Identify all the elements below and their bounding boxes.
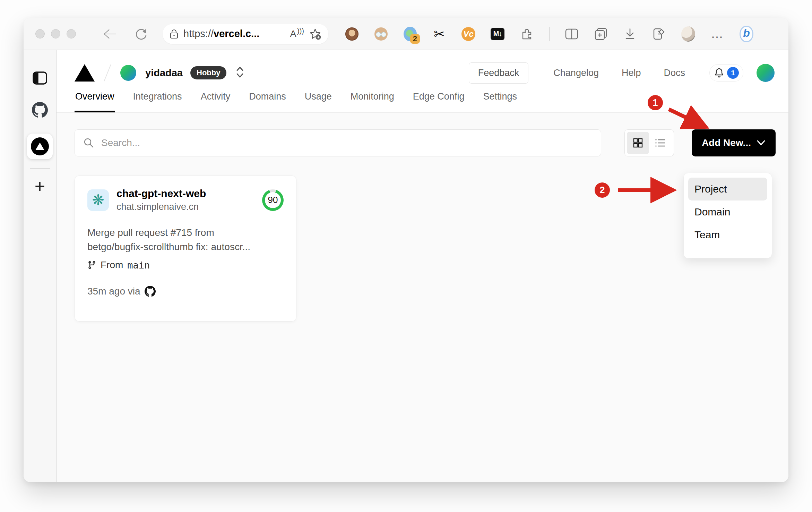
extension-strip: 2 ✂ Vc M↓ ... b (345, 27, 753, 41)
view-toggle (624, 129, 674, 156)
notification-count-badge: 1 (727, 67, 739, 79)
branch-name: main (127, 260, 150, 271)
plan-badge: Hobby (190, 66, 226, 79)
tab-edge-config[interactable]: Edge Config (412, 88, 465, 112)
split-screen-icon[interactable] (565, 27, 579, 41)
collections-icon[interactable] (594, 27, 608, 41)
commit-message-line1: Merge pull request #715 from (87, 225, 284, 240)
search-box[interactable] (75, 129, 601, 156)
notifications-button[interactable]: 1 (709, 64, 743, 82)
counter-extension-icon[interactable]: 2 (403, 27, 417, 41)
dropdown-item-team[interactable]: Team (688, 223, 767, 246)
project-name[interactable]: chat-gpt-next-web (116, 188, 254, 199)
vercel-tab-active[interactable] (27, 134, 53, 159)
window-controls (35, 29, 76, 39)
branch-row: From main (87, 259, 284, 271)
back-button[interactable] (100, 28, 120, 40)
overview-content: Add New... ❋ chat-gpt-next-web chat.simp… (57, 113, 788, 482)
sidebar-divider (30, 168, 50, 169)
reload-button[interactable] (131, 27, 151, 41)
tab-settings[interactable]: Settings (482, 88, 518, 112)
vercel-logo[interactable] (75, 64, 95, 82)
browser-window: https://vercel.c... A))) 2 ✂ Vc M↓ (24, 18, 788, 482)
url-text: https://vercel.c... (183, 28, 285, 40)
site-header: yidadaa Hobby Feedback Changelog Help Do… (57, 50, 788, 113)
deploy-meta-row: 35m ago via (87, 286, 284, 297)
tab-domains[interactable]: Domains (248, 88, 287, 112)
toolbar-divider (549, 27, 550, 41)
browser-toolbar: https://vercel.c... A))) 2 ✂ Vc M↓ (24, 18, 788, 50)
project-card[interactable]: ❋ chat-gpt-next-web chat.simplenaive.cn … (75, 176, 296, 322)
commit-message-line2: betgo/bugfix-scrollthumb fix: autoscr... (87, 240, 284, 254)
tab-overview[interactable]: Overview (75, 88, 115, 112)
lock-icon (170, 29, 179, 39)
tampermonkey-extension-icon[interactable] (345, 27, 359, 41)
search-input[interactable] (101, 137, 593, 148)
zoom-button[interactable] (67, 29, 76, 39)
browser-essentials-icon[interactable] (652, 27, 666, 41)
new-tab-button[interactable]: + (32, 178, 48, 195)
project-favicon: ❋ (87, 189, 109, 211)
search-icon (83, 137, 94, 148)
breadcrumb-slash (104, 65, 111, 82)
nav-link-changelog[interactable]: Changelog (553, 68, 599, 78)
annotation-step-2: 2 (595, 182, 610, 198)
vercel-dashboard: yidadaa Hobby Feedback Changelog Help Do… (57, 50, 788, 482)
add-new-dropdown: Project Domain Team (683, 173, 772, 258)
chevron-down-icon (757, 140, 766, 146)
nav-link-help[interactable]: Help (622, 68, 641, 78)
markdown-extension-icon[interactable]: M↓ (491, 27, 504, 41)
extensions-puzzle-icon[interactable] (520, 27, 534, 41)
grid-icon (632, 137, 644, 149)
annotation-step-1: 1 (648, 95, 663, 110)
minimize-button[interactable] (51, 29, 60, 39)
list-icon (654, 137, 667, 148)
dropdown-item-project[interactable]: Project (688, 178, 767, 200)
feedback-button[interactable]: Feedback (469, 62, 529, 84)
github-icon (145, 286, 156, 297)
tab-monitoring[interactable]: Monitoring (350, 88, 395, 112)
clipper-extension-icon[interactable]: ✂ (432, 27, 446, 41)
dropdown-item-domain[interactable]: Domain (688, 200, 767, 223)
tab-activity[interactable]: Activity (200, 88, 231, 112)
browser-sidebar: + (24, 50, 57, 482)
avatar-extension-icon[interactable] (374, 27, 388, 41)
downloads-icon[interactable] (623, 27, 637, 41)
nav-link-docs[interactable]: Docs (664, 68, 685, 78)
sidebar-panel-toggle-icon[interactable] (32, 70, 48, 86)
dashboard-tabs: Overview Integrations Activity Domains U… (57, 88, 788, 113)
bing-chat-icon[interactable]: b (740, 27, 753, 41)
team-switcher-icon[interactable] (235, 66, 244, 80)
profile-avatar[interactable] (681, 27, 695, 41)
address-bar[interactable]: https://vercel.c... A))) (163, 24, 328, 44)
git-branch-icon (87, 260, 96, 270)
more-menu-icon[interactable]: ... (710, 27, 724, 41)
tab-integrations[interactable]: Integrations (132, 88, 183, 112)
vc-extension-icon[interactable]: Vc (461, 27, 475, 41)
team-avatar (120, 65, 136, 81)
lighthouse-score-value: 90 (265, 192, 281, 208)
team-name: yidadaa (145, 67, 183, 79)
github-tab-icon[interactable] (32, 102, 48, 118)
add-new-button[interactable]: Add New... (692, 129, 776, 156)
read-aloud-icon[interactable]: A))) (290, 28, 304, 40)
lighthouse-score-ring[interactable]: 90 (262, 189, 284, 211)
grid-view-button[interactable] (627, 132, 649, 154)
project-domain[interactable]: chat.simplenaive.cn (116, 202, 254, 212)
favorite-star-icon[interactable] (309, 28, 321, 40)
tab-usage[interactable]: Usage (304, 88, 332, 112)
list-view-button[interactable] (649, 132, 672, 154)
vercel-app-icon (31, 137, 49, 155)
extension-badge: 2 (410, 34, 420, 44)
user-avatar[interactable] (757, 64, 775, 82)
close-button[interactable] (35, 29, 45, 39)
branch-prefix: From (101, 259, 123, 271)
bell-icon (714, 67, 724, 78)
deploy-time: 35m ago via (87, 286, 140, 297)
